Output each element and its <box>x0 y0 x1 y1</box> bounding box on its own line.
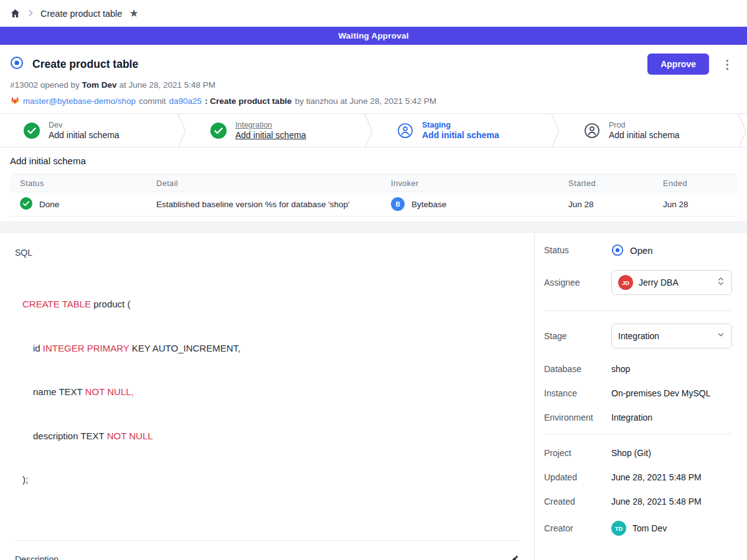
issue-sidebar: Status Open Assignee JD Jerry DBA <box>535 233 747 560</box>
sql-text: ); <box>22 474 28 485</box>
col-ended: Ended <box>663 174 737 192</box>
kebab-menu-icon[interactable]: ⋮ <box>718 58 737 70</box>
stage-separator <box>550 114 560 148</box>
breadcrumb-page-title: Create product table <box>40 9 122 19</box>
instance-label: Instance <box>544 388 611 398</box>
sql-section-label: SQL <box>15 248 519 258</box>
stage-integration[interactable]: Integration Add initial schema <box>187 114 364 147</box>
stage-staging-current[interactable]: Staging Add initial schema <box>374 114 550 147</box>
database-value: shop <box>611 364 630 374</box>
commit-author-time: by tianzhou at June 28, 2021 5:42 PM <box>295 96 436 106</box>
done-check-icon <box>24 123 40 139</box>
stage-separator <box>364 114 374 148</box>
stage-select[interactable]: Integration <box>611 324 732 348</box>
issue-meta-suffix: at June 28, 2021 5:48 PM <box>117 80 215 90</box>
environment-label: Environment <box>544 413 611 422</box>
issue-meta: #13002 opened by Tom Dev at June 28, 202… <box>10 80 737 90</box>
assignee-avatar: JD <box>618 275 633 290</box>
stage-prod[interactable]: Prod Add initial schema <box>560 114 737 147</box>
assignee-value: Jerry DBA <box>639 278 679 287</box>
project-label: Project <box>544 448 611 458</box>
task-section-title: Add initial schema <box>10 156 737 166</box>
status-open-icon <box>611 244 624 256</box>
page-title: Create product table <box>32 58 639 71</box>
done-check-icon <box>20 197 32 212</box>
stage-task-label: Add initial schema <box>609 130 680 140</box>
issue-author: Tom Dev <box>82 80 117 90</box>
stage-env-label: Prod <box>609 121 680 129</box>
stage-separator <box>177 114 187 148</box>
status-label: Status <box>544 245 611 255</box>
description-label: Description <box>15 554 59 560</box>
branch-repo-link[interactable]: master@bytebase-demo/shop <box>23 96 136 106</box>
divider <box>544 434 732 434</box>
sql-text: KEY AUTO_INCREMENT, <box>129 343 240 353</box>
created-value: June 28, 2021 5:48 PM <box>611 497 702 506</box>
commit-label: commit <box>139 96 166 106</box>
instance-value: On-premises Dev MySQL <box>611 388 710 398</box>
task-invoker: Bytebase <box>411 200 446 209</box>
issue-main-panel: SQL CREATE TABLE product ( id INTEGER PR… <box>0 233 535 560</box>
stage-value: Integration <box>618 331 659 341</box>
issue-header: Create product table Approve ⋮ #13002 op… <box>0 45 747 113</box>
sql-text: product ( <box>91 299 130 309</box>
sql-keyword: NOT NULL <box>107 431 153 441</box>
task-ended: Jun 28 <box>663 192 737 217</box>
selector-updown-icon <box>716 276 725 289</box>
pipeline-stage-bar: Dev Add initial schema Integration Add i… <box>0 113 747 147</box>
col-invoker: Invoker <box>391 174 568 192</box>
project-value: Shop (Git) <box>611 448 651 458</box>
col-status: Status <box>10 174 156 192</box>
status-value: Open <box>630 245 653 256</box>
issue-open-icon <box>10 56 24 72</box>
updated-value: June 28, 2021 5:48 PM <box>611 472 702 482</box>
database-label: Database <box>544 364 611 374</box>
approve-button[interactable]: Approve <box>647 54 709 75</box>
edit-pencil-icon[interactable] <box>509 554 519 560</box>
approval-banner: Waiting Approval <box>0 27 747 45</box>
stage-task-label: Add initial schema <box>235 130 306 140</box>
stage-task-label: Add initial schema <box>422 130 499 140</box>
vcs-commit-line: master@bytebase-demo/shop commit da90a25… <box>10 95 737 107</box>
task-table-header-row: Status Detail Invoker Started Ended <box>10 174 737 192</box>
creator-avatar: TD <box>611 521 626 536</box>
sql-keyword: INTEGER PRIMARY <box>43 343 129 353</box>
col-started: Started <box>568 174 663 192</box>
assignee-select[interactable]: JD Jerry DBA <box>611 270 732 295</box>
col-detail: Detail <box>156 174 391 192</box>
commit-hash-link[interactable]: da90a25 <box>169 96 202 106</box>
sql-text: name TEXT <box>33 386 85 397</box>
invoker-avatar: B <box>391 197 405 211</box>
done-check-icon <box>210 123 227 139</box>
issue-meta-prefix: #13002 opened by <box>10 80 82 90</box>
task-status: Done <box>39 200 59 209</box>
sql-text: id <box>33 343 43 353</box>
environment-value: Integration <box>611 413 652 422</box>
stage-env-label: Dev <box>49 121 120 129</box>
divider <box>15 540 519 541</box>
stage-task-label: Add initial schema <box>49 130 120 140</box>
gitlab-icon <box>10 95 20 107</box>
stage-env-label: Staging <box>422 121 499 129</box>
divider <box>544 310 732 311</box>
home-icon[interactable] <box>10 8 21 19</box>
task-row[interactable]: Done Established baseline version %s for… <box>10 192 737 217</box>
section-divider-band <box>0 222 747 233</box>
task-detail: Established baseline version %s for data… <box>156 192 391 217</box>
task-table: Status Detail Invoker Started Ended Done… <box>10 174 737 217</box>
sql-code-block: CREATE TABLE product ( id INTEGER PRIMAR… <box>15 268 519 516</box>
creator-value: Tom Dev <box>632 523 667 533</box>
person-icon <box>397 123 413 139</box>
updated-label: Updated <box>544 472 611 482</box>
stage-label: Stage <box>544 331 611 341</box>
star-icon[interactable]: ★ <box>129 8 138 19</box>
assignee-label: Assignee <box>544 278 611 287</box>
stage-dev[interactable]: Dev Add initial schema <box>0 114 177 147</box>
sql-keyword: CREATE TABLE <box>22 299 91 309</box>
person-icon <box>584 123 600 139</box>
approval-banner-text: Waiting Approval <box>338 31 408 40</box>
commit-message: : Create product table <box>205 96 292 106</box>
stage-separator <box>737 114 747 148</box>
created-label: Created <box>544 497 611 506</box>
task-section: Add initial schema Status Detail Invoker… <box>0 147 747 222</box>
